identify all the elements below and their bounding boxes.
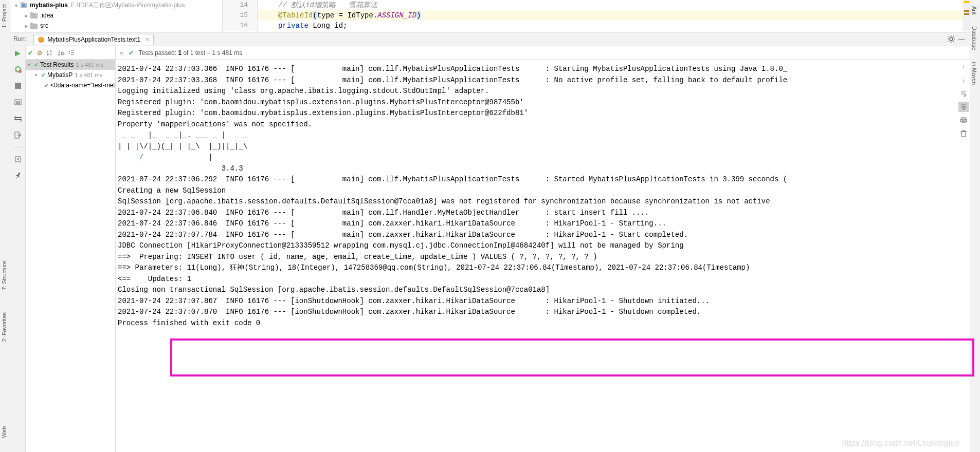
- chevron-left-icon[interactable]: «: [120, 49, 123, 56]
- test-toolbar: ✔ ⊘ AZ: [26, 46, 115, 60]
- console-line: / |: [118, 152, 970, 163]
- scroll-up-icon[interactable]: ↑: [958, 62, 969, 72]
- svg-text:Z: Z: [50, 53, 52, 56]
- console-line: 2021-07-24 22:37:06.846 INFO 16176 --- […: [118, 218, 970, 230]
- tree-arrow-root[interactable]: ▾: [12, 3, 20, 8]
- console-line: ==> Parameters: 11(Long), 狂神(String), 18…: [118, 262, 970, 274]
- folder-icon: [30, 22, 38, 29]
- console-output[interactable]: 2021-07-24 22:37:03.366 INFO 16176 --- […: [116, 60, 970, 452]
- show-passed-icon[interactable]: ✔: [28, 49, 33, 56]
- console-panel: « ✔ Tests passed: 1 of 1 test – 1 s 481 …: [116, 46, 970, 452]
- console-line: 2021-07-24 22:37:03.368 INFO 16176 --- […: [118, 75, 970, 86]
- code-keyword: private: [278, 22, 313, 30]
- test-results-root[interactable]: ▾✔ Test Results 1 s 481 ms: [26, 60, 115, 70]
- svg-rect-5: [30, 24, 38, 29]
- tree-arrow-src[interactable]: ▸: [23, 23, 30, 29]
- tool-favorites[interactable]: 2: Favorites: [0, 308, 8, 346]
- console-line: Logging initialized using 'class org.apa…: [118, 86, 970, 97]
- show-ignored-icon[interactable]: ⊘: [37, 49, 42, 56]
- print-icon[interactable]: [958, 115, 969, 125]
- scroll-to-end-icon[interactable]: [958, 102, 969, 112]
- run-tool-header: Run: MybatisPlusApplicationTests.text1 ×…: [10, 32, 970, 46]
- test-config-icon: [38, 36, 44, 43]
- sort-time-icon[interactable]: [58, 49, 65, 56]
- clear-icon[interactable]: [958, 128, 969, 139]
- tool-project[interactable]: 1: Project: [0, 0, 8, 32]
- sort-alpha-icon[interactable]: AZ: [46, 49, 53, 56]
- tool-web[interactable]: Web: [0, 422, 8, 442]
- svg-rect-10: [15, 100, 21, 105]
- minimize-icon[interactable]: —: [956, 34, 967, 44]
- stop-icon[interactable]: [13, 81, 23, 90]
- pause-output-icon[interactable]: [13, 98, 23, 107]
- test-root-time: 1 s 481 ms: [76, 62, 103, 68]
- layout-icon[interactable]: [13, 114, 23, 123]
- test-class-node[interactable]: ▾✔ MybatisP 1 s 481 ms: [26, 70, 115, 80]
- console-right-icons: ↑ ↓: [957, 62, 970, 139]
- pass-check-icon: ✔: [129, 49, 134, 56]
- tree-item-idea[interactable]: .idea: [40, 12, 53, 19]
- line-number: 16: [223, 21, 257, 31]
- run-tab[interactable]: MybatisPlusApplicationTests.text1 ×: [33, 34, 154, 45]
- console-line: | | |\/|_)(_| | |_\ |_)||_|_\: [118, 141, 970, 153]
- project-root-name[interactable]: mybatis-plus: [30, 2, 68, 9]
- console-line: SqlSession [org.apache.ibatis.session.de…: [118, 196, 970, 208]
- tests-status-bar: « ✔ Tests passed: 1 of 1 test – 1 s 481 …: [116, 46, 970, 60]
- code-text: type = IdType.: [317, 11, 378, 20]
- tool-structure[interactable]: 7: Structure: [0, 257, 8, 294]
- test-root-label: Test Results: [40, 61, 74, 68]
- code-area[interactable]: // 默认id增策略 雪花算法 @TableId(type = IdType.A…: [258, 0, 970, 31]
- expand-all-icon[interactable]: [69, 49, 76, 56]
- editor[interactable]: 14 15 16 // 默认id增策略 雪花算法 @TableId(type =…: [222, 0, 970, 31]
- console-line: Registered plugin: 'com.baomidou.mybatis…: [118, 108, 970, 119]
- pin-icon[interactable]: [11, 170, 24, 182]
- line-number: 15: [223, 10, 257, 21]
- svg-rect-6: [30, 23, 33, 24]
- scroll-down-icon[interactable]: ↓: [958, 75, 969, 85]
- module-icon: [20, 2, 28, 9]
- svg-rect-16: [15, 157, 21, 162]
- test-class-time: 1 s 481 ms: [75, 72, 102, 78]
- soft-wrap-icon[interactable]: [958, 88, 969, 99]
- close-icon[interactable]: ×: [146, 36, 149, 43]
- separator-icon: [13, 147, 23, 147]
- tree-item-src[interactable]: src: [40, 22, 48, 29]
- test-class-label: MybatisP: [47, 71, 72, 79]
- rerun-failed-icon[interactable]: [13, 65, 23, 74]
- tests-status-text: Tests passed: 1 of 1 test – 1 s 481 ms: [139, 49, 242, 56]
- tool-ant[interactable]: Ant: [970, 2, 978, 19]
- rerun-icon[interactable]: ▶: [13, 48, 23, 58]
- console-line: 2021-07-24 22:37:07.867 INFO 16176 --- […: [118, 296, 970, 307]
- exit-icon[interactable]: [13, 130, 23, 140]
- svg-rect-23: [961, 131, 966, 137]
- editor-gutter: 14 15 16: [223, 0, 258, 31]
- tree-arrow-idea[interactable]: ▸: [23, 13, 30, 18]
- svg-rect-4: [30, 12, 33, 14]
- test-history-icon[interactable]: [13, 155, 23, 164]
- test-method-node[interactable]: ✔ <0data-name="test-method-label" data-b…: [26, 80, 115, 90]
- code-comment: // 默认id增策略 雪花算法: [278, 1, 377, 9]
- test-tree[interactable]: ▾✔ Test Results 1 s 481 ms ▾✔ MybatisP 1…: [26, 60, 115, 452]
- console-line: _ _ |_ _ _|_. ___ _ | _: [118, 130, 970, 141]
- run-left-icons: ▶: [10, 46, 26, 452]
- editor-scrollmap[interactable]: [963, 0, 970, 31]
- svg-point-7: [950, 37, 953, 41]
- line-number: 14: [223, 0, 257, 10]
- test-tree-panel: ✔ ⊘ AZ ▾✔ Test Results 1 s 481 ms ▾✔ Myb…: [26, 46, 116, 452]
- svg-rect-12: [19, 101, 20, 104]
- svg-rect-2: [22, 4, 25, 7]
- console-line: JDBC Connection [HikariProxyConnection@2…: [118, 240, 970, 252]
- tool-maven[interactable]: m Maven: [970, 58, 978, 89]
- folder-icon: [30, 12, 38, 19]
- gear-icon[interactable]: [946, 34, 956, 44]
- right-tool-bar: Ant Database m Maven: [970, 0, 980, 452]
- tool-database[interactable]: Database: [970, 22, 978, 54]
- svg-rect-11: [16, 101, 17, 104]
- console-line: 2021-07-24 22:37:06.840 INFO 16176 --- […: [118, 208, 970, 219]
- project-tree[interactable]: ▾ mybatis-plus E:\IDEA工作区\Mybatis-Plus\m…: [10, 0, 222, 32]
- code-annotation: @TableId: [278, 11, 313, 20]
- left-tool-bar: 1: Project 7: Structure 2: Favorites Web: [0, 0, 10, 452]
- console-line: Property 'mapperLocations' was not speci…: [118, 119, 970, 130]
- console-link[interactable]: /: [139, 153, 143, 161]
- console-line: Process finished with exit code 0: [118, 318, 970, 329]
